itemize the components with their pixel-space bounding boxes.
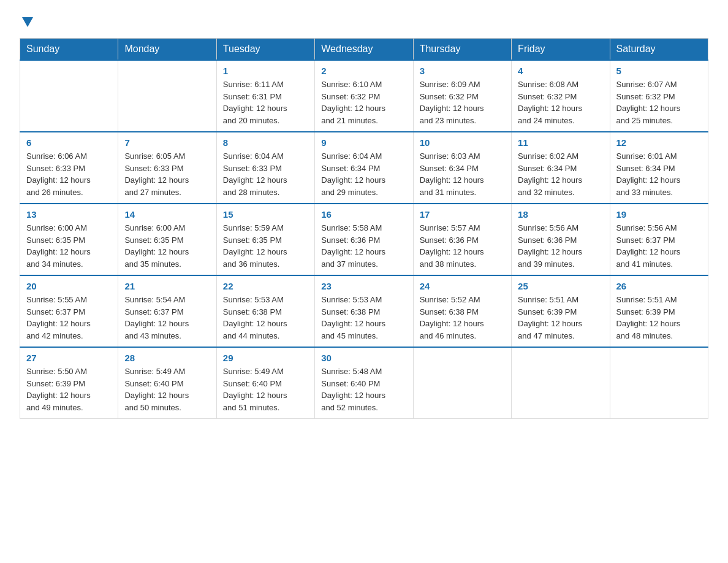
day-number: 25 [518,281,603,291]
calendar-cell: 13Sunrise: 6:00 AM Sunset: 6:35 PM Dayli… [20,204,118,275]
calendar-cell: 12Sunrise: 6:01 AM Sunset: 6:34 PM Dayli… [610,132,708,204]
calendar-cell: 21Sunrise: 5:54 AM Sunset: 6:37 PM Dayli… [118,275,216,347]
day-number: 29 [223,353,308,363]
calendar-cell: 20Sunrise: 5:55 AM Sunset: 6:37 PM Dayli… [20,275,118,347]
day-info: Sunrise: 5:53 AM Sunset: 6:38 PM Dayligh… [223,294,308,342]
week-row: 20Sunrise: 5:55 AM Sunset: 6:37 PM Dayli… [20,275,708,347]
calendar-cell: 11Sunrise: 6:02 AM Sunset: 6:34 PM Dayli… [512,132,610,204]
day-number: 24 [420,281,505,291]
calendar-cell [20,60,118,132]
day-number: 27 [26,353,112,363]
day-number: 8 [223,137,308,148]
day-number: 28 [124,353,210,363]
calendar-cell: 2Sunrise: 6:10 AM Sunset: 6:32 PM Daylig… [315,60,413,132]
calendar-cell [610,347,708,419]
calendar-table: SundayMondayTuesdayWednesdayThursdayFrid… [20,38,708,419]
day-info: Sunrise: 6:08 AM Sunset: 6:32 PM Dayligh… [518,79,603,126]
week-row: 27Sunrise: 5:50 AM Sunset: 6:39 PM Dayli… [20,347,708,419]
day-number: 17 [420,209,505,220]
svg-marker-0 [22,17,33,27]
calendar-cell: 1Sunrise: 6:11 AM Sunset: 6:31 PM Daylig… [216,60,314,132]
calendar-cell: 17Sunrise: 5:57 AM Sunset: 6:36 PM Dayli… [413,204,511,275]
day-number: 20 [26,281,112,291]
calendar-cell: 4Sunrise: 6:08 AM Sunset: 6:32 PM Daylig… [512,60,610,132]
page-header [20,15,708,27]
calendar-cell: 3Sunrise: 6:09 AM Sunset: 6:32 PM Daylig… [413,60,511,132]
day-number: 5 [616,66,702,76]
day-number: 14 [124,209,210,220]
day-info: Sunrise: 5:51 AM Sunset: 6:39 PM Dayligh… [616,294,702,342]
day-info: Sunrise: 6:04 AM Sunset: 6:33 PM Dayligh… [223,150,308,198]
calendar-cell: 27Sunrise: 5:50 AM Sunset: 6:39 PM Dayli… [20,347,118,419]
day-info: Sunrise: 6:01 AM Sunset: 6:34 PM Dayligh… [616,150,702,198]
calendar-cell: 9Sunrise: 6:04 AM Sunset: 6:34 PM Daylig… [315,132,413,204]
day-info: Sunrise: 5:54 AM Sunset: 6:37 PM Dayligh… [124,294,210,342]
day-number: 3 [420,66,505,76]
calendar-cell: 23Sunrise: 5:53 AM Sunset: 6:38 PM Dayli… [315,275,413,347]
calendar-cell: 14Sunrise: 6:00 AM Sunset: 6:35 PM Dayli… [118,204,216,275]
day-info: Sunrise: 5:59 AM Sunset: 6:35 PM Dayligh… [223,222,308,270]
day-info: Sunrise: 6:07 AM Sunset: 6:32 PM Dayligh… [616,79,702,126]
calendar-cell: 15Sunrise: 5:59 AM Sunset: 6:35 PM Dayli… [216,204,314,275]
day-info: Sunrise: 6:10 AM Sunset: 6:32 PM Dayligh… [321,79,406,126]
day-info: Sunrise: 5:48 AM Sunset: 6:40 PM Dayligh… [321,366,406,413]
day-number: 4 [518,66,603,76]
logo-triangle-icon [21,16,34,28]
day-info: Sunrise: 6:03 AM Sunset: 6:34 PM Dayligh… [420,150,505,198]
week-row: 1Sunrise: 6:11 AM Sunset: 6:31 PM Daylig… [20,60,708,132]
day-info: Sunrise: 5:56 AM Sunset: 6:36 PM Dayligh… [518,222,603,270]
day-info: Sunrise: 6:02 AM Sunset: 6:34 PM Dayligh… [518,150,603,198]
day-number: 21 [124,281,210,291]
day-info: Sunrise: 6:00 AM Sunset: 6:35 PM Dayligh… [26,222,112,270]
day-number: 2 [321,66,406,76]
logo [20,15,34,27]
calendar-cell: 24Sunrise: 5:52 AM Sunset: 6:38 PM Dayli… [413,275,511,347]
day-number: 15 [223,209,308,220]
day-of-week-header: Monday [118,39,216,61]
day-number: 22 [223,281,308,291]
day-info: Sunrise: 5:56 AM Sunset: 6:37 PM Dayligh… [616,222,702,270]
day-number: 12 [616,137,702,148]
day-number: 18 [518,209,603,220]
day-info: Sunrise: 5:55 AM Sunset: 6:37 PM Dayligh… [26,294,112,342]
day-number: 13 [26,209,112,220]
day-info: Sunrise: 5:50 AM Sunset: 6:39 PM Dayligh… [26,366,112,413]
calendar-cell: 7Sunrise: 6:05 AM Sunset: 6:33 PM Daylig… [118,132,216,204]
calendar-cell [413,347,511,419]
week-row: 13Sunrise: 6:00 AM Sunset: 6:35 PM Dayli… [20,204,708,275]
day-info: Sunrise: 5:51 AM Sunset: 6:39 PM Dayligh… [518,294,603,342]
day-number: 26 [616,281,702,291]
day-number: 1 [223,66,308,76]
calendar-cell: 30Sunrise: 5:48 AM Sunset: 6:40 PM Dayli… [315,347,413,419]
calendar-cell: 19Sunrise: 5:56 AM Sunset: 6:37 PM Dayli… [610,204,708,275]
day-number: 19 [616,209,702,220]
calendar-cell: 25Sunrise: 5:51 AM Sunset: 6:39 PM Dayli… [512,275,610,347]
calendar-cell: 10Sunrise: 6:03 AM Sunset: 6:34 PM Dayli… [413,132,511,204]
day-info: Sunrise: 5:49 AM Sunset: 6:40 PM Dayligh… [223,366,308,413]
day-of-week-header: Sunday [20,39,118,61]
day-number: 30 [321,353,406,363]
week-row: 6Sunrise: 6:06 AM Sunset: 6:33 PM Daylig… [20,132,708,204]
calendar-cell: 5Sunrise: 6:07 AM Sunset: 6:32 PM Daylig… [610,60,708,132]
calendar-cell: 22Sunrise: 5:53 AM Sunset: 6:38 PM Dayli… [216,275,314,347]
day-of-week-header: Friday [512,39,610,61]
day-number: 16 [321,209,406,220]
day-info: Sunrise: 6:04 AM Sunset: 6:34 PM Dayligh… [321,150,406,198]
day-info: Sunrise: 5:49 AM Sunset: 6:40 PM Dayligh… [124,366,210,413]
day-info: Sunrise: 6:11 AM Sunset: 6:31 PM Dayligh… [223,79,308,126]
day-number: 10 [420,137,505,148]
calendar-cell: 8Sunrise: 6:04 AM Sunset: 6:33 PM Daylig… [216,132,314,204]
day-of-week-header: Wednesday [315,39,413,61]
day-of-week-header: Thursday [413,39,511,61]
day-number: 6 [26,137,112,148]
calendar-cell: 28Sunrise: 5:49 AM Sunset: 6:40 PM Dayli… [118,347,216,419]
day-info: Sunrise: 5:52 AM Sunset: 6:38 PM Dayligh… [420,294,505,342]
calendar-header-row: SundayMondayTuesdayWednesdayThursdayFrid… [20,39,708,61]
day-of-week-header: Saturday [610,39,708,61]
day-info: Sunrise: 5:58 AM Sunset: 6:36 PM Dayligh… [321,222,406,270]
calendar-cell [118,60,216,132]
day-info: Sunrise: 5:57 AM Sunset: 6:36 PM Dayligh… [420,222,505,270]
calendar-cell: 6Sunrise: 6:06 AM Sunset: 6:33 PM Daylig… [20,132,118,204]
calendar-cell: 29Sunrise: 5:49 AM Sunset: 6:40 PM Dayli… [216,347,314,419]
day-info: Sunrise: 6:05 AM Sunset: 6:33 PM Dayligh… [124,150,210,198]
